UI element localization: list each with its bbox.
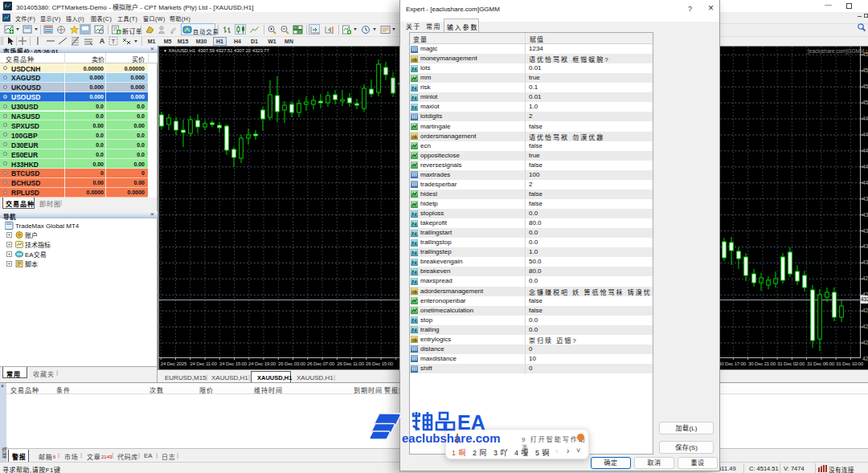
svg-text:EA: EA xyxy=(457,411,485,432)
